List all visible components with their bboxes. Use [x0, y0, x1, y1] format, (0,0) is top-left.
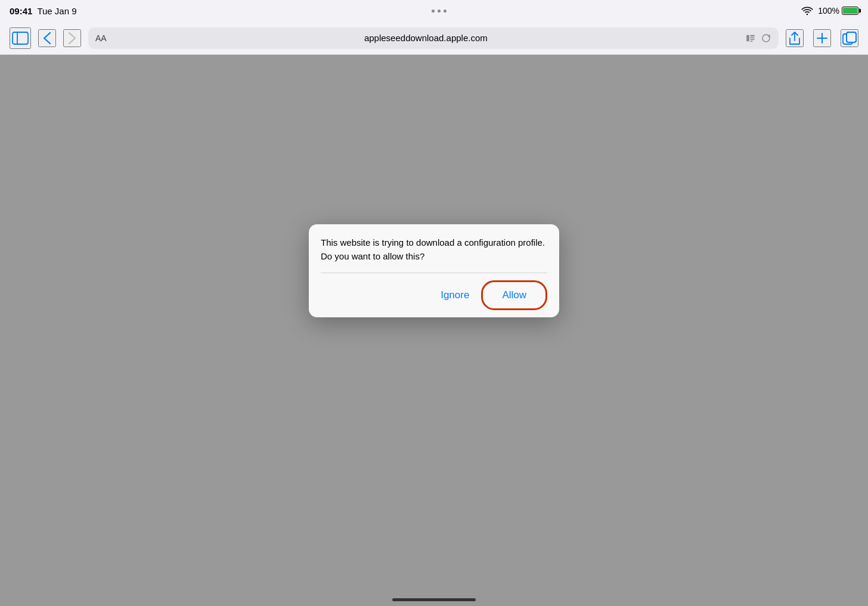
status-bar: 09:41 Tue Jan 9 100%	[0, 0, 868, 21]
text-size-label[interactable]: AA	[95, 33, 107, 43]
dialog: This website is trying to download a con…	[309, 224, 559, 317]
svg-rect-8	[847, 32, 856, 42]
svg-rect-2	[746, 35, 749, 41]
status-date: Tue Jan 9	[37, 6, 76, 16]
sidebar-toggle-button[interactable]	[10, 27, 31, 49]
reader-view-icon[interactable]	[745, 33, 756, 44]
status-time: 09:41	[10, 6, 32, 16]
wifi-icon	[801, 7, 813, 16]
allow-button[interactable]: Allow	[492, 286, 536, 305]
forward-button[interactable]	[63, 29, 81, 47]
allow-button-highlight[interactable]: Allow	[481, 280, 547, 310]
battery-icon	[842, 7, 858, 15]
svg-rect-0	[13, 32, 28, 44]
svg-rect-6	[750, 41, 753, 42]
svg-rect-4	[750, 37, 755, 38]
nav-bar: AA appleseeddownload.apple.com	[0, 21, 868, 55]
ignore-button[interactable]: Ignore	[433, 286, 476, 305]
svg-rect-5	[750, 39, 755, 40]
dot-3	[444, 10, 447, 13]
main-content: This website is trying to download a con…	[0, 55, 868, 606]
nav-right-actions	[786, 29, 858, 47]
new-tab-button[interactable]	[813, 29, 831, 47]
share-button[interactable]	[786, 29, 804, 47]
status-bar-center	[432, 10, 447, 13]
reload-icon[interactable]	[761, 33, 771, 44]
battery-fill	[843, 8, 857, 14]
address-bar-icons	[745, 33, 771, 44]
dialog-message: This website is trying to download a con…	[321, 236, 547, 263]
sidebar-icon	[12, 32, 29, 45]
dot-1	[432, 10, 435, 13]
back-icon	[43, 32, 51, 45]
svg-rect-3	[750, 35, 755, 36]
address-bar[interactable]: AA appleseeddownload.apple.com	[88, 27, 779, 49]
dialog-overlay: This website is trying to download a con…	[0, 55, 868, 606]
url-display: appleseeddownload.apple.com	[111, 33, 740, 43]
status-bar-left: 09:41 Tue Jan 9	[10, 6, 77, 16]
dot-2	[438, 10, 441, 13]
tabs-icon	[842, 32, 857, 45]
status-bar-right: 100%	[801, 6, 858, 16]
home-indicator	[392, 598, 476, 601]
tab-switcher-button[interactable]	[841, 29, 858, 47]
battery-percent: 100%	[818, 6, 839, 16]
back-button[interactable]	[38, 29, 56, 47]
add-icon	[816, 32, 829, 45]
share-icon	[788, 30, 801, 46]
battery-container: 100%	[818, 6, 858, 16]
forward-icon	[68, 32, 76, 45]
dialog-buttons: Ignore Allow	[321, 273, 547, 317]
